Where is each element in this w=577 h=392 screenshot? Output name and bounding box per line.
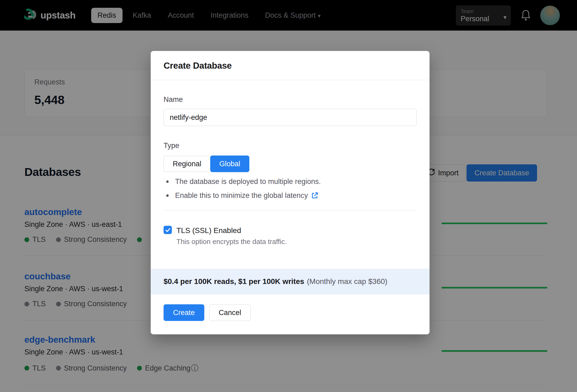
bullet-text: Enable this to minimize the global laten…	[175, 191, 308, 200]
type-option-global[interactable]: Global	[210, 156, 249, 172]
type-description-list: The database is deployed to multiple reg…	[166, 176, 321, 204]
bullet-dot	[166, 194, 169, 197]
tls-label[interactable]: TLS (SSL) Enabled	[176, 226, 241, 235]
cancel-button[interactable]: Cancel	[209, 304, 251, 321]
database-name-input[interactable]	[164, 109, 417, 126]
external-link-icon[interactable]	[311, 192, 319, 199]
tls-checkbox[interactable]	[164, 226, 172, 234]
bullet-item: Enable this to minimize the global laten…	[166, 190, 321, 201]
tls-description: This option encrypts the data traffic.	[176, 238, 287, 246]
tls-divider	[164, 210, 417, 210]
type-segmented-control: Regional Global	[164, 156, 249, 172]
name-field-label: Name	[164, 95, 183, 104]
modal-title: Create Database	[164, 61, 232, 71]
type-field-label: Type	[164, 142, 179, 150]
create-button[interactable]: Create	[164, 304, 204, 321]
create-database-modal: Create Database Name Type Regional Globa…	[151, 51, 430, 334]
modal-actions: Create Cancel	[164, 304, 251, 321]
bullet-dot	[166, 180, 169, 183]
pricing-cap-note: (Monthly max cap $360)	[307, 277, 387, 286]
bullet-item: The database is deployed to multiple reg…	[166, 176, 321, 187]
pricing-rates: $0.4 per 100K reads, $1 per 100K writes	[164, 277, 304, 286]
bullet-text: The database is deployed to multiple reg…	[175, 177, 321, 186]
type-option-regional[interactable]: Regional	[164, 156, 210, 172]
modal-title-divider	[151, 80, 430, 80]
upstash-console-page: upstash Redis Kafka Account Integrations…	[0, 0, 577, 392]
pricing-banner: $0.4 per 100K reads, $1 per 100K writes …	[151, 269, 430, 294]
